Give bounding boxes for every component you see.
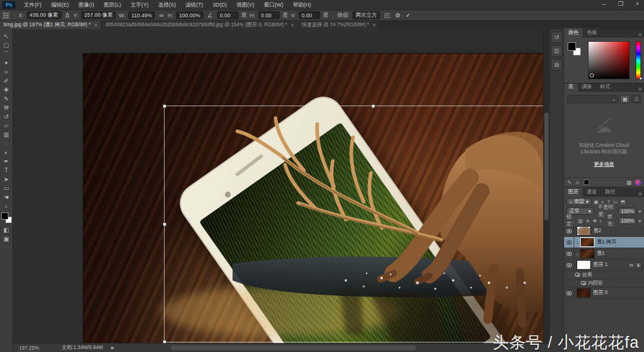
commit-transform-icon[interactable]: ✓	[404, 12, 411, 18]
eyedropper-tool[interactable]: ✐	[1, 76, 12, 85]
close-button[interactable]: ×	[633, 1, 642, 7]
cc-sphere-icon[interactable]	[635, 180, 641, 186]
canvas-image[interactable]	[83, 54, 543, 343]
collapse-effects-icon[interactable]: ▴	[635, 262, 642, 268]
hue-slider[interactable]	[636, 41, 641, 79]
layer-row-deer2[interactable]: 鹿2	[564, 226, 644, 237]
path-selection-tool[interactable]: ➤	[1, 175, 12, 184]
menu-edit[interactable]: 编辑(E)	[47, 1, 74, 9]
restore-button[interactable]: ❐	[617, 1, 625, 7]
history-panel-icon[interactable]: ↺	[551, 32, 562, 43]
vertical-scrollbar[interactable]	[543, 29, 549, 343]
tab-close-icon[interactable]: ×	[373, 22, 376, 28]
inner-shadow-row[interactable]: 内阴影	[564, 279, 644, 288]
hskew-field[interactable]: 0.00	[258, 11, 280, 19]
add-graphic-icon[interactable]: ✎	[567, 180, 572, 186]
horizontal-scrollbar-thumb[interactable]	[171, 345, 416, 350]
tab-libraries[interactable]: 库	[564, 82, 578, 92]
visibility-toggle[interactable]	[564, 248, 574, 260]
eraser-tool[interactable]: ▱	[1, 121, 12, 130]
clone-stamp-tool[interactable]: ⚒	[1, 103, 12, 112]
tab-adjustments[interactable]: 调整	[578, 82, 596, 92]
layer-row-deer1-copy[interactable]: ↓ 鹿1 拷贝	[564, 237, 644, 248]
lock-transparent-icon[interactable]: ▨	[578, 218, 584, 224]
lock-all-icon[interactable]: ▪	[599, 218, 602, 224]
layer-row-layer0[interactable]: 图层 0	[564, 288, 644, 299]
lock-image-icon[interactable]: ✛	[585, 218, 590, 224]
layer-thumbnail[interactable]	[577, 260, 591, 270]
gradient-tool[interactable]: ▥	[1, 130, 12, 139]
hue-slider-marker[interactable]	[639, 77, 642, 80]
layer-thumbnail[interactable]	[577, 226, 591, 236]
lasso-tool[interactable]: ⌒	[1, 50, 12, 58]
history-brush-tool[interactable]: ↺	[1, 112, 12, 121]
menu-help[interactable]: 帮助(H)	[288, 1, 316, 9]
width-field[interactable]: 110.49%	[128, 11, 155, 19]
doc-tab-48540923[interactable]: 48540923ad54564e0d4e2b2bb9de9c82d7584ffd…	[101, 21, 298, 29]
layer-thumbnail[interactable]	[577, 288, 591, 298]
dodge-tool[interactable]: ◐	[1, 148, 12, 157]
tab-paths[interactable]: 路径	[601, 187, 620, 197]
height-field[interactable]: 100.00%	[176, 11, 203, 19]
menu-image[interactable]: 图像(I)	[74, 1, 100, 9]
menu-filter[interactable]: 滤镜(T)	[181, 1, 208, 9]
list-view-button[interactable]: ☰	[631, 95, 641, 103]
warp-mode-icon[interactable]: ◰	[383, 12, 391, 18]
menu-select[interactable]: 选择(S)	[153, 1, 181, 9]
move-tool[interactable]: ↖	[1, 32, 12, 41]
type-tool[interactable]: T	[1, 166, 12, 175]
panel-fg-bg-swatches[interactable]	[568, 42, 581, 55]
zoom-level-field[interactable]: 197.25%	[18, 345, 41, 351]
hand-tool[interactable]: ☚	[1, 193, 12, 202]
color-field-marker[interactable]	[590, 73, 594, 78]
tab-close-icon[interactable]: ×	[291, 22, 294, 28]
crop-tool[interactable]: ⌗	[1, 67, 12, 76]
zoom-tool[interactable]: ⌕	[1, 202, 12, 211]
panel-foreground-swatch[interactable]	[568, 42, 576, 51]
lock-position-icon[interactable]: ✥	[592, 218, 597, 224]
info-panel-icon[interactable]: ⧉	[551, 59, 562, 70]
menu-file[interactable]: 文件(F)	[19, 1, 47, 9]
add-color-swatch[interactable]	[584, 180, 589, 185]
quick-mask-button[interactable]: ◧	[1, 226, 12, 234]
tab-color[interactable]: 颜色	[564, 28, 583, 38]
more-info-link[interactable]: 更多信息	[564, 161, 644, 168]
tab-close-icon[interactable]: ×	[94, 22, 97, 28]
visibility-toggle[interactable]	[564, 237, 574, 248]
menu-view[interactable]: 视图(V)	[232, 1, 259, 9]
grid-view-button[interactable]: ▦	[620, 95, 630, 103]
x-value-field[interactable]: 438.00 像素	[27, 11, 61, 19]
panel-menu-icon[interactable]: ≡	[636, 86, 644, 92]
menu-3d[interactable]: 3D(D)	[208, 2, 232, 8]
layer-row-deer1[interactable]: ↓ 鹿1	[564, 248, 644, 260]
sync-icon[interactable]: ▦	[626, 180, 631, 186]
panel-menu-icon[interactable]: ≡	[636, 32, 644, 38]
shape-tool[interactable]: ▭	[1, 184, 12, 193]
tab-swatches[interactable]: 色板	[583, 28, 601, 38]
healing-brush-tool[interactable]: ✚	[1, 85, 12, 94]
doc-tab-quickselect[interactable]: 快速选择 @ 74.7%(RGB/8#) * ×	[298, 21, 380, 29]
visibility-toggle[interactable]	[564, 226, 574, 237]
minimize-button[interactable]: –	[600, 1, 608, 7]
delta-icon[interactable]: Δ	[64, 12, 71, 18]
y-value-field[interactable]: 257.00 像素	[81, 11, 116, 19]
saturation-brightness-field[interactable]	[588, 41, 630, 79]
layer-thumbnail[interactable]	[580, 249, 595, 258]
properties-panel-icon[interactable]: ☰	[551, 45, 562, 57]
pen-tool[interactable]: ✒	[1, 157, 12, 166]
vskew-field[interactable]: 0.00	[299, 11, 320, 19]
foreground-color-swatch[interactable]	[1, 212, 8, 220]
reference-point-locator[interactable]	[2, 12, 10, 19]
brush-tool[interactable]: ✎	[1, 94, 12, 103]
menu-layer[interactable]: 图层(L)	[99, 1, 126, 9]
filter-smart-object-icon[interactable]: ⬒	[620, 199, 626, 205]
fill-field[interactable]: 100%	[618, 217, 636, 224]
cancel-transform-icon[interactable]: ⊘	[394, 12, 401, 18]
layer-row-layer1[interactable]: 图层 1 fx ▴	[564, 260, 644, 271]
library-select-dropdown[interactable]: ⌄	[567, 95, 618, 103]
panel-menu-icon[interactable]: ≡	[636, 191, 644, 197]
interpolation-select[interactable]: 两次立方	[352, 11, 380, 19]
link-dimensions-icon[interactable]: ∞	[158, 12, 165, 18]
doc-tab-timg[interactable]: timg.jpg @ 197% (鹿1 拷贝, RGB/8#) * ×	[0, 21, 101, 29]
blur-tool[interactable]: ◌	[1, 139, 12, 148]
